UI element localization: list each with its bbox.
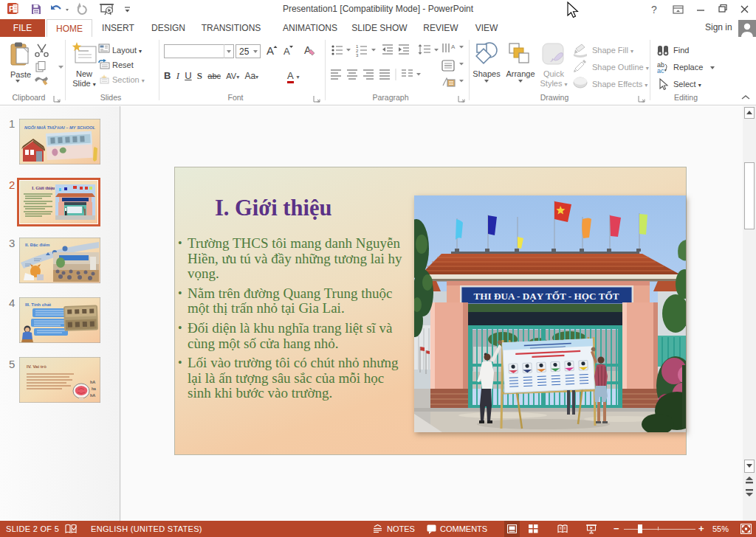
svg-text:NGÔI NHÀ THỨ HAI – MY SCHOOL: NGÔI NHÀ THỨ HAI – MY SCHOOL	[24, 125, 96, 130]
svg-text:A: A	[267, 44, 274, 57]
svg-text:?: ?	[651, 4, 657, 15]
svg-text:I. Giới thiệu: I. Giới thiệu	[32, 186, 55, 190]
svg-text:II. Đặc điểm: II. Đặc điểm	[25, 243, 49, 247]
svg-text:IV. Vai trò: IV. Vai trò	[27, 364, 47, 369]
svg-text:hA: hA	[90, 380, 95, 384]
svg-text:ac: ac	[657, 67, 664, 75]
svg-text:A: A	[284, 46, 290, 57]
svg-text:ha: ha	[92, 387, 96, 391]
svg-text:III. Tính chất: III. Tính chất	[25, 302, 51, 307]
svg-text:A: A	[451, 44, 456, 50]
svg-text:hA: hA	[90, 393, 95, 398]
svg-text:3: 3	[356, 53, 359, 57]
svg-text:P: P	[9, 4, 14, 13]
svg-text:THI ĐUA - DẠY TỐT - HỌC TỐT: THI ĐUA - DẠY TỐT - HỌC TỐT	[474, 291, 619, 302]
